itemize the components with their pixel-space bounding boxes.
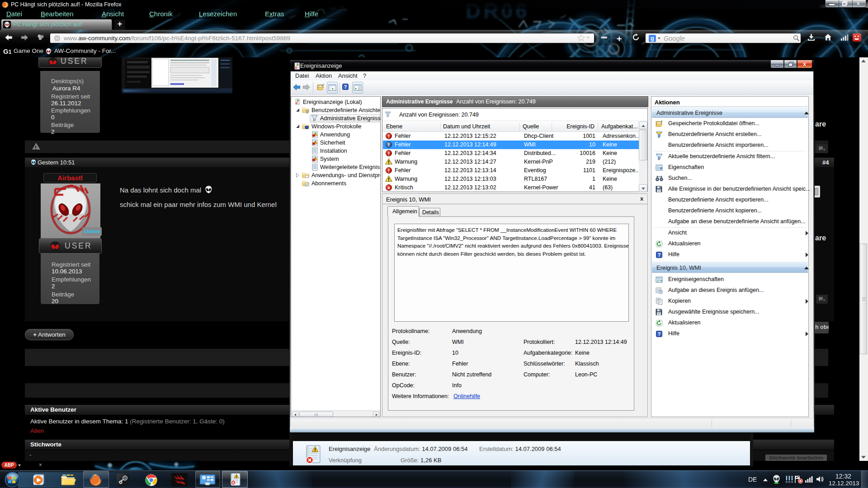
- svg-text:?: ?: [344, 84, 347, 89]
- svg-text:?: ?: [658, 331, 661, 337]
- svg-text:?: ?: [658, 252, 661, 258]
